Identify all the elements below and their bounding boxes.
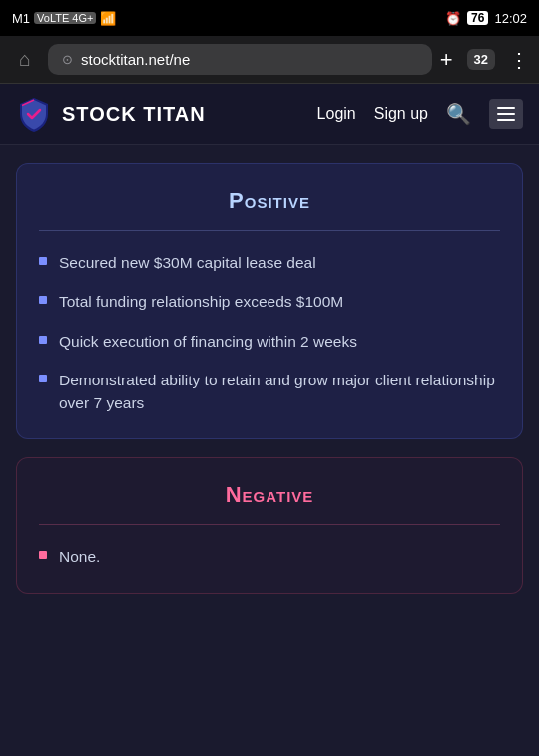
- list-item: Secured new $30M capital lease deal: [39, 251, 500, 274]
- carrier-text: M1: [12, 11, 30, 26]
- menu-icon: [497, 107, 515, 121]
- signup-link[interactable]: Sign up: [374, 105, 428, 123]
- svg-rect-0: [497, 107, 515, 109]
- main-content: Positive Secured new $30M capital lease …: [0, 163, 539, 594]
- bullet-marker: [39, 551, 47, 559]
- bullet-marker: [39, 375, 47, 382]
- positive-card-title: Positive: [39, 188, 500, 214]
- status-carrier: M1 VoLTE 4G+ 📶: [12, 11, 116, 26]
- site-nav: Login Sign up 🔍: [317, 99, 523, 129]
- list-item: Quick execution of financing within 2 we…: [39, 330, 500, 353]
- positive-bullet-list: Secured new $30M capital lease deal Tota…: [39, 251, 500, 414]
- status-bar: M1 VoLTE 4G+ 📶 ⏰ 76 12:02: [0, 0, 539, 36]
- positive-card: Positive Secured new $30M capital lease …: [16, 163, 523, 439]
- hamburger-menu-button[interactable]: [489, 99, 523, 129]
- volte-badge: VoLTE 4G+: [34, 12, 96, 24]
- signal-icon: 📶: [100, 11, 116, 26]
- browser-actions: + 32 ⋮: [440, 47, 529, 73]
- address-text: stocktitan.net/ne: [81, 51, 190, 68]
- bullet-text: Secured new $30M capital lease deal: [59, 251, 500, 274]
- list-item: Total funding relationship exceeds $100M: [39, 290, 500, 313]
- alarm-icon: ⏰: [445, 11, 461, 26]
- bullet-text: Total funding relationship exceeds $100M: [59, 290, 500, 313]
- new-tab-button[interactable]: +: [440, 47, 453, 73]
- browser-home-icon[interactable]: ⌂: [10, 48, 40, 71]
- address-bar[interactable]: ⊙ stocktitan.net/ne: [48, 44, 432, 75]
- svg-rect-2: [497, 119, 515, 121]
- status-right: ⏰ 76 12:02: [445, 11, 527, 26]
- bullet-text: Demonstrated ability to retain and grow …: [59, 369, 500, 415]
- tabs-count-button[interactable]: 32: [467, 49, 495, 70]
- negative-divider: [39, 524, 500, 525]
- battery-text: 76: [467, 11, 488, 25]
- search-icon[interactable]: 🔍: [446, 102, 471, 126]
- more-menu-button[interactable]: ⋮: [509, 48, 529, 72]
- bullet-text: Quick execution of financing within 2 we…: [59, 330, 500, 353]
- bullet-marker: [39, 336, 47, 344]
- positive-divider: [39, 230, 500, 231]
- negative-card: Negative None.: [16, 457, 523, 593]
- bullet-marker: [39, 296, 47, 304]
- negative-card-title: Negative: [39, 482, 500, 508]
- login-link[interactable]: Login: [317, 105, 356, 123]
- browser-chrome: ⌂ ⊙ stocktitan.net/ne + 32 ⋮: [0, 36, 539, 84]
- site-header: STOCK TITAN Login Sign up 🔍: [0, 84, 539, 145]
- logo-text: STOCK TITAN: [62, 103, 206, 126]
- negative-bullet-list: None.: [39, 545, 500, 568]
- clock: 12:02: [494, 11, 527, 26]
- site-security-icon: ⊙: [62, 52, 73, 67]
- bullet-marker: [39, 257, 47, 265]
- svg-rect-1: [497, 113, 515, 115]
- logo-shield-icon: [16, 96, 52, 132]
- site-logo[interactable]: STOCK TITAN: [16, 96, 317, 132]
- list-item: None.: [39, 545, 500, 568]
- bullet-text: None.: [59, 545, 500, 568]
- list-item: Demonstrated ability to retain and grow …: [39, 369, 500, 415]
